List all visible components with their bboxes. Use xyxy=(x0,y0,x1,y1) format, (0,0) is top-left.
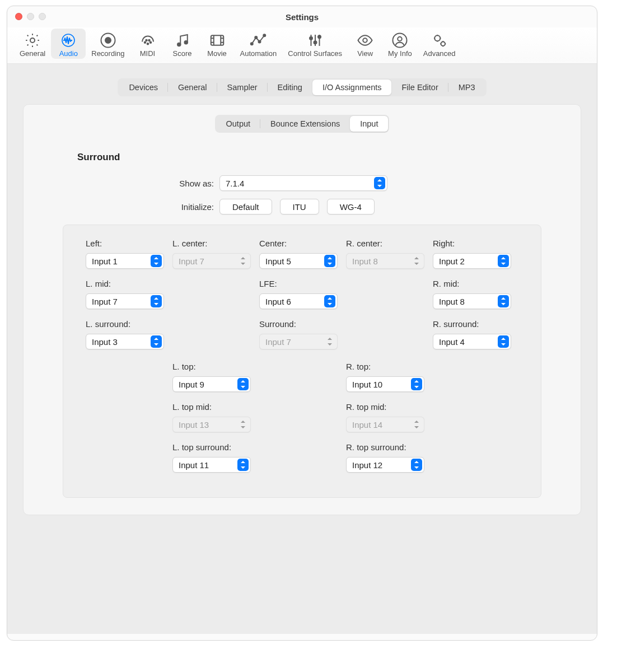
svg-point-9 xyxy=(177,43,181,46)
toolbar-recording[interactable]: Recording xyxy=(86,29,130,59)
toolbar-control-surfaces[interactable]: Control Surfaces xyxy=(282,29,348,59)
updown-arrows-icon xyxy=(498,255,509,267)
toolbar-label: General xyxy=(20,49,45,58)
svg-point-12 xyxy=(251,43,253,45)
minimize-window-button[interactable] xyxy=(27,13,34,20)
film-icon xyxy=(205,31,229,50)
channel-label: Right: xyxy=(433,239,514,250)
lfe-input-popup[interactable]: Input 6 xyxy=(259,293,338,309)
close-window-button[interactable] xyxy=(15,13,22,20)
toolbar-midi[interactable]: MIDI xyxy=(130,29,165,59)
toolbar-advanced[interactable]: Advanced xyxy=(418,29,461,59)
gears-icon xyxy=(428,31,451,50)
svg-point-3 xyxy=(105,38,111,43)
left-input-popup[interactable]: Input 1 xyxy=(86,253,164,269)
svg-point-10 xyxy=(184,41,188,44)
svg-rect-11 xyxy=(211,35,223,45)
updown-arrows-icon xyxy=(237,418,249,431)
init-wg4-button[interactable]: WG-4 xyxy=(327,199,375,214)
channel-label: R. top mid: xyxy=(346,402,427,413)
show-as-popup[interactable]: 7.1.4 xyxy=(219,175,387,191)
l-top-surround-input-popup[interactable]: Input 11 xyxy=(172,457,251,473)
l-mid-input-popup[interactable]: Input 7 xyxy=(86,293,164,309)
toolbar-label: View xyxy=(357,49,373,58)
toolbar-audio[interactable]: Audio xyxy=(51,29,86,59)
section-title: Surround xyxy=(77,152,541,163)
r-top-surround-input-popup[interactable]: Input 12 xyxy=(346,457,424,473)
svg-point-15 xyxy=(264,34,266,36)
show-as-label: Show as: xyxy=(74,179,219,188)
updown-arrows-icon xyxy=(324,335,335,348)
l-top-mid-input-popup: Input 13 xyxy=(172,417,251,432)
tab-devices[interactable]: Devices xyxy=(119,80,168,95)
svg-point-14 xyxy=(259,41,261,43)
r-center-input-popup: Input 8 xyxy=(346,253,424,269)
subtabs-secondary: Output Bounce Extensions Input xyxy=(215,115,390,133)
svg-point-17 xyxy=(314,41,316,44)
init-itu-button[interactable]: ITU xyxy=(280,199,319,214)
settings-body: Devices General Sampler Editing I/O Assi… xyxy=(7,64,597,634)
tab-bounce-extensions[interactable]: Bounce Extensions xyxy=(260,116,350,132)
channel-label: Left: xyxy=(86,239,167,250)
surround-input-popup: Input 7 xyxy=(259,334,338,349)
r-top-input-popup[interactable]: Input 10 xyxy=(346,376,424,392)
svg-point-5 xyxy=(147,43,148,45)
tab-general[interactable]: General xyxy=(168,80,217,95)
l-center-input-popup: Input 7 xyxy=(172,253,251,269)
right-input-popup[interactable]: Input 2 xyxy=(433,253,511,269)
toolbar-general[interactable]: General xyxy=(14,29,51,59)
svg-point-13 xyxy=(255,36,258,39)
updown-arrows-icon xyxy=(237,255,249,267)
eye-icon xyxy=(353,31,377,50)
svg-point-21 xyxy=(398,37,403,41)
channel-label: LFE: xyxy=(259,279,340,290)
updown-arrows-icon xyxy=(411,459,422,471)
waveform-icon xyxy=(57,31,80,50)
automation-icon xyxy=(246,31,270,50)
toolbar-label: My Info xyxy=(388,49,412,58)
titlebar: Settings xyxy=(7,6,597,27)
settings-toolbar: General Audio Recording MIDI xyxy=(7,27,597,64)
channel-label: L. top mid: xyxy=(172,402,254,413)
svg-point-23 xyxy=(441,42,445,46)
toolbar-label: Automation xyxy=(240,49,277,58)
person-icon xyxy=(388,31,412,50)
toolbar-my-info[interactable]: My Info xyxy=(382,29,418,59)
channel-label: L. top surround: xyxy=(172,442,254,454)
l-top-input-popup[interactable]: Input 9 xyxy=(172,376,251,392)
toolbar-label: Movie xyxy=(207,49,227,58)
r-mid-input-popup[interactable]: Input 8 xyxy=(433,293,511,309)
updown-arrows-icon xyxy=(411,378,422,390)
toolbar-view[interactable]: View xyxy=(348,29,382,59)
tab-output[interactable]: Output xyxy=(216,116,261,132)
channel-label: Center: xyxy=(259,239,340,250)
center-input-popup[interactable]: Input 5 xyxy=(259,253,338,269)
tab-editing[interactable]: Editing xyxy=(268,80,312,95)
channel-label: Surround: xyxy=(259,319,340,330)
svg-point-4 xyxy=(144,42,146,44)
window-controls xyxy=(15,13,46,20)
toolbar-label: Score xyxy=(173,49,192,58)
midi-icon xyxy=(136,31,160,50)
channel-label: L. top: xyxy=(172,362,254,373)
record-icon xyxy=(96,31,120,50)
zoom-window-button[interactable] xyxy=(39,13,46,20)
svg-point-8 xyxy=(148,40,150,41)
toolbar-label: Recording xyxy=(91,49,124,58)
r-surround-input-popup[interactable]: Input 4 xyxy=(433,334,511,349)
toolbar-movie[interactable]: Movie xyxy=(200,29,235,59)
l-surround-input-popup[interactable]: Input 3 xyxy=(86,334,164,349)
init-default-button[interactable]: Default xyxy=(219,199,272,214)
tab-file-editor[interactable]: File Editor xyxy=(391,80,448,95)
toolbar-label: MIDI xyxy=(140,49,155,58)
toolbar-label: Advanced xyxy=(423,49,456,58)
music-note-icon xyxy=(171,31,194,50)
tab-mp3[interactable]: MP3 xyxy=(448,80,485,95)
channel-label: R. center: xyxy=(346,239,427,250)
tab-input[interactable]: Input xyxy=(350,116,388,132)
toolbar-automation[interactable]: Automation xyxy=(235,29,283,59)
tab-io-assignments[interactable]: I/O Assignments xyxy=(312,80,392,95)
tab-sampler[interactable]: Sampler xyxy=(217,80,268,95)
updown-arrows-icon xyxy=(498,295,509,307)
toolbar-score[interactable]: Score xyxy=(165,29,200,59)
